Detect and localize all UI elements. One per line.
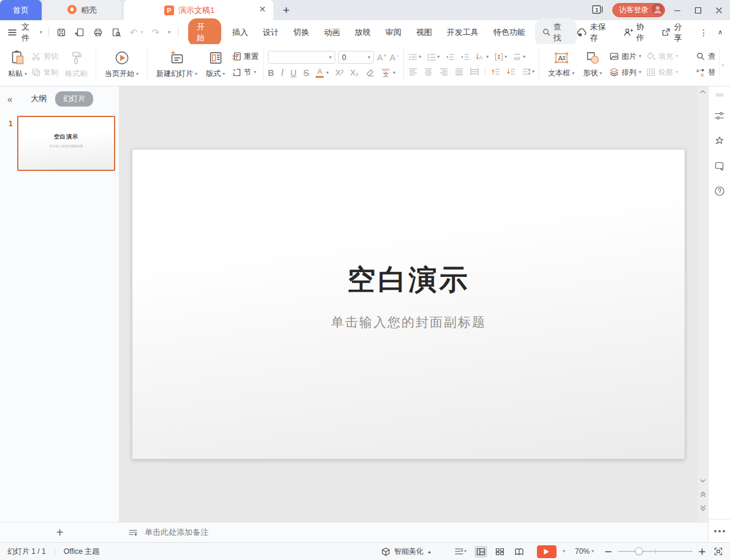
tab-slides[interactable]: 幻灯片 <box>55 91 93 107</box>
close-window-button[interactable] <box>715 7 723 14</box>
notes-bar[interactable]: 单击此处添加备注 <box>120 522 708 542</box>
picture-button[interactable]: 图片 ▾ <box>609 51 641 62</box>
italic-button[interactable]: I <box>281 69 284 77</box>
font-name-select[interactable]: ▾ <box>268 51 335 64</box>
notes-toggle-button[interactable]: ▾ <box>452 545 468 558</box>
copy-button[interactable]: 复制 <box>31 67 58 78</box>
next-slide-button[interactable] <box>698 502 708 513</box>
toolbar-options-chevron-icon[interactable]: ▾ <box>168 30 170 35</box>
normal-view-button[interactable] <box>474 546 487 558</box>
menu-tab-review[interactable]: 审阅 <box>378 27 409 38</box>
more-options-icon[interactable]: ⋮ <box>699 28 708 37</box>
close-tab-icon[interactable]: ✕ <box>259 5 266 13</box>
slide-title-text[interactable]: 空白演示 <box>132 262 685 298</box>
zoom-slider-handle[interactable] <box>635 547 643 555</box>
font-size-select[interactable]: 0▾ <box>338 51 374 64</box>
superscript-button[interactable]: X² <box>335 69 343 77</box>
align-justify-button[interactable] <box>454 67 464 77</box>
move-paragraph-down-button[interactable] <box>506 67 516 77</box>
drag-handle-icon[interactable] <box>709 93 730 97</box>
reset-button[interactable]: 重置 <box>232 51 259 62</box>
replace-ribbon-button[interactable]: AB 替 <box>696 67 715 78</box>
menu-tab-animation[interactable]: 动画 <box>317 27 348 38</box>
undo-button[interactable]: ↶ <box>130 27 138 38</box>
hamburger-menu-icon[interactable] <box>7 28 17 37</box>
new-slide-button[interactable]: 新建幻灯片▾ <box>152 50 202 79</box>
collapse-panel-icon[interactable]: « <box>7 94 12 104</box>
window-manage-icon[interactable]: 1 <box>592 5 604 16</box>
decrease-indent-button[interactable] <box>445 52 455 62</box>
file-menu[interactable]: 文件 <box>21 21 37 44</box>
chevron-down-icon[interactable]: ▾ <box>393 70 395 75</box>
minimize-button[interactable] <box>674 7 681 14</box>
section-button[interactable]: 节 ▾ <box>232 67 259 78</box>
output-button[interactable] <box>75 28 85 37</box>
scroll-down-arrow-icon[interactable] <box>698 475 708 486</box>
maximize-button[interactable] <box>694 7 702 14</box>
shapes-button[interactable]: 形状▾ <box>579 50 606 78</box>
chevron-down-icon[interactable]: ▾ <box>140 30 143 35</box>
menu-tab-devtools[interactable]: 开发工具 <box>439 27 486 38</box>
slide-subtitle-placeholder[interactable]: 单击输入您的封面副标题 <box>132 314 685 331</box>
zoom-in-button[interactable] <box>699 548 705 555</box>
fill-button[interactable]: 填充 ▾ <box>646 51 678 62</box>
add-slide-button[interactable]: + <box>0 522 120 542</box>
bullet-list-button[interactable]: ▾ <box>408 52 421 62</box>
print-preview-button[interactable] <box>112 28 121 37</box>
phonetic-guide-button[interactable]: wén文 <box>382 67 390 78</box>
redo-button[interactable]: ↷ <box>151 27 159 38</box>
line-spacing-button[interactable]: ▾ <box>522 67 534 77</box>
cut-button[interactable]: 剪切 <box>31 51 58 62</box>
switch-window-icon[interactable] <box>709 161 730 171</box>
reading-view-button[interactable] <box>512 546 526 558</box>
collaborate-button[interactable]: 协作 <box>623 21 652 44</box>
previous-slide-button[interactable] <box>698 489 708 500</box>
tab-docer[interactable]: 稻壳 <box>43 0 121 20</box>
zoom-out-button[interactable] <box>605 548 612 555</box>
decrease-font-button[interactable]: A− <box>390 53 400 62</box>
save-status[interactable]: 未保存 <box>577 21 614 44</box>
align-distribute-button[interactable] <box>470 67 479 77</box>
layout-button[interactable]: 版式▾ <box>202 50 229 79</box>
menu-tab-features[interactable]: 特色功能 <box>486 27 533 38</box>
help-icon[interactable] <box>709 186 730 197</box>
text-direction-button[interactable]: A▾ <box>476 52 489 62</box>
zoom-level-select[interactable]: 70%▾ <box>575 547 594 556</box>
scroll-up-arrow-icon[interactable] <box>698 86 708 97</box>
slide-canvas[interactable]: 空白演示 单击输入您的封面副标题 <box>132 149 685 460</box>
slide-sorter-view-button[interactable] <box>493 546 506 558</box>
text-box-button[interactable]: A 文本框▾ <box>544 50 579 78</box>
find-button[interactable]: 查找 <box>535 18 577 47</box>
more-tools-button[interactable] <box>709 519 730 542</box>
chevron-down-icon[interactable]: ▾ <box>326 70 329 75</box>
tab-home[interactable]: 首页 <box>0 0 42 20</box>
menu-tab-insert[interactable]: 插入 <box>225 27 256 38</box>
share-button[interactable]: 分享 <box>661 21 690 44</box>
menu-tab-design[interactable]: 设计 <box>256 27 286 38</box>
align-text-vertical-button[interactable]: ▾ <box>494 52 507 62</box>
increase-font-button[interactable]: A+ <box>377 53 387 62</box>
menu-tab-view[interactable]: 视图 <box>409 27 439 38</box>
fit-to-window-button[interactable] <box>714 547 723 556</box>
menu-tab-transition[interactable]: 切换 <box>286 27 317 38</box>
find-ribbon-button[interactable]: 查 <box>696 51 715 62</box>
clear-format-eraser-icon[interactable] <box>365 68 375 78</box>
bold-button[interactable]: B <box>268 69 274 77</box>
paste-button[interactable]: 粘贴▾ <box>4 50 31 79</box>
align-right-button[interactable] <box>439 67 449 77</box>
align-left-button[interactable] <box>408 67 418 77</box>
arrange-button[interactable]: 排列 ▾ <box>609 67 641 78</box>
print-button[interactable] <box>93 28 103 37</box>
outline-button[interactable]: 轮廓 ▾ <box>646 67 678 78</box>
menu-tab-slideshow[interactable]: 放映 <box>348 27 378 38</box>
slide-thumbnail[interactable]: 空白演示 单击输入您的封面副标题 <box>17 116 115 171</box>
zoom-slider[interactable] <box>618 547 693 556</box>
collapse-ribbon-icon[interactable]: ∧ <box>718 28 723 36</box>
subscript-button[interactable]: X₂ <box>350 69 359 77</box>
new-tab-button[interactable]: + <box>273 0 299 20</box>
ribbon-expand-chevron-icon[interactable]: › <box>719 47 726 81</box>
font-color-button[interactable]: A <box>316 68 324 78</box>
increase-indent-button[interactable] <box>460 52 470 62</box>
character-spacing-button[interactable]: AB▾ <box>512 52 525 62</box>
play-from-current-button[interactable]: 当页开始▾ <box>101 50 143 79</box>
